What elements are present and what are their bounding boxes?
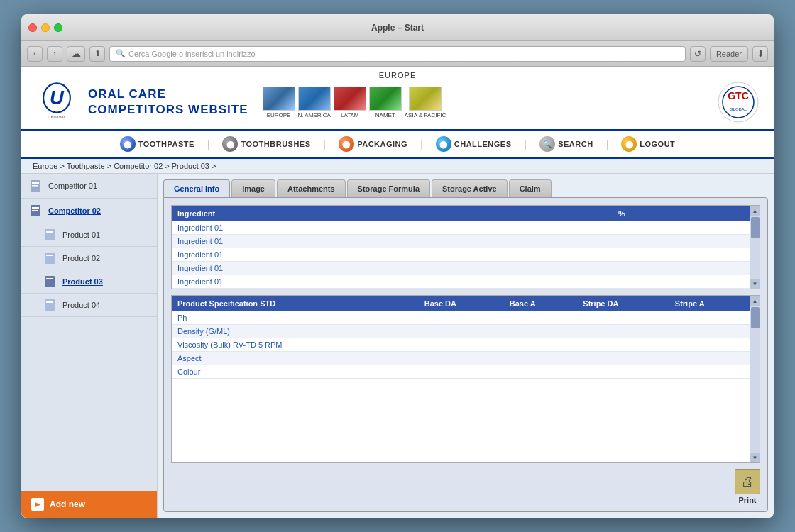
reload-button[interactable]: ↺ — [690, 46, 706, 62]
base-da-cell — [419, 311, 504, 325]
challenges-icon: ⬤ — [436, 136, 451, 152]
sidebar-item-product04[interactable]: Product 04 — [21, 294, 157, 317]
nav-logout[interactable]: ⬤ LOGOUT — [614, 133, 682, 155]
nav-search[interactable]: 🔍 SEARCH — [532, 133, 600, 155]
tab-image[interactable]: Image — [231, 179, 275, 197]
base-da-cell — [419, 352, 504, 365]
scroll-thumb[interactable] — [751, 217, 760, 238]
product-icon — [43, 251, 57, 265]
sidebar-item-competitor02[interactable]: Competitor 02 — [21, 199, 157, 223]
stripe-da-cell — [577, 338, 669, 352]
sidebar: Competitor 01 Competitor 02 Product 01 — [21, 174, 158, 518]
print-label: Print — [738, 496, 756, 504]
product-icon — [43, 275, 57, 289]
ingredient-cell: Ingredient 01 — [172, 275, 613, 289]
svg-rect-19 — [45, 299, 55, 311]
page-content: EUROPE U Unilever ORAL CARE COMPETITORS … — [21, 67, 774, 518]
scroll-down-arrow[interactable]: ▼ — [750, 453, 760, 462]
unilever-logo[interactable]: U Unilever — [35, 81, 78, 123]
base-a-cell — [504, 365, 578, 379]
close-button[interactable] — [28, 23, 37, 32]
nav-packaging[interactable]: ⬤ PACKAGING — [331, 133, 415, 155]
spec-cell: Viscosity (Bulk) RV-TD 5 RPM — [172, 338, 419, 352]
svg-text:Unilever: Unilever — [48, 115, 66, 119]
reader-button[interactable]: Reader — [710, 46, 748, 62]
flag-europe[interactable]: EUROPE — [263, 87, 295, 118]
print-button[interactable]: 🖨 Print — [735, 469, 760, 504]
tab-attachments[interactable]: Attachments — [277, 179, 346, 197]
stripe-a-cell — [669, 311, 750, 325]
scroll-thumb[interactable] — [751, 307, 760, 328]
sidebar-item-product01[interactable]: Product 01 — [21, 223, 157, 247]
stripe-da-cell — [577, 311, 669, 325]
main-nav: ⬤ TOOTHPASTE | ⬤ TOOTHBRUSHES | ⬤ PACKAG… — [21, 131, 774, 159]
download-button[interactable]: ⬇ — [752, 46, 768, 62]
stripe-a-cell — [669, 352, 750, 365]
flag-namet[interactable]: NAMET — [369, 87, 402, 118]
svg-rect-9 — [32, 185, 38, 187]
svg-rect-20 — [46, 301, 53, 303]
stripe-da-header: Stripe DA — [577, 296, 669, 311]
stripe-a-cell — [669, 325, 750, 338]
svg-rect-13 — [45, 229, 55, 240]
toothbrush-icon: ⬤ — [222, 136, 238, 152]
address-bar[interactable]: 🔍 Cerca Google o inserisci un indirizzo — [109, 46, 686, 62]
tab-general-info[interactable]: General Info — [163, 179, 230, 197]
add-new-button[interactable]: ▸ Add new — [21, 491, 157, 518]
svg-point-3 — [718, 82, 758, 122]
svg-text:U: U — [50, 87, 65, 109]
header-inner: U Unilever ORAL CARE COMPETITORS WEBSITE… — [21, 81, 774, 129]
gtc-logo[interactable]: GTC GLOBAL — [717, 81, 760, 123]
sidebar-product04-label: Product 04 — [62, 301, 100, 309]
spec-cell: Colour — [172, 365, 419, 379]
competitor-icon — [28, 204, 43, 218]
sidebar-product03-label: Product 03 — [62, 277, 103, 286]
ingredients-scrollbar[interactable]: ▲ ▼ — [750, 206, 760, 289]
table-row: Ingredient 01 — [172, 275, 760, 289]
print-icon: 🖨 — [735, 469, 760, 494]
search-icon: 🔍 — [539, 136, 555, 152]
nav-toothpaste[interactable]: ⬤ TOOTHPASTE — [113, 133, 202, 155]
stripe-da-cell — [577, 365, 669, 379]
flag-asiapacific[interactable]: ASIA & PACIFIC — [405, 87, 446, 118]
sidebar-item-competitor01[interactable]: Competitor 01 — [21, 174, 157, 199]
flag-latam[interactable]: LATAM — [334, 87, 366, 118]
tab-storage-active[interactable]: Storage Active — [432, 179, 508, 197]
tab-storage-formula[interactable]: Storage Formula — [347, 179, 430, 197]
sidebar-item-product03[interactable]: Product 03 — [21, 270, 157, 294]
browser-title: Apple – Start — [371, 23, 424, 33]
stripe-a-cell — [669, 338, 750, 352]
ingredient-header: Ingredient — [172, 206, 613, 221]
scroll-down-arrow[interactable]: ▼ — [750, 279, 760, 289]
tab-claim[interactable]: Claim — [509, 179, 552, 197]
back-button[interactable]: ‹ — [27, 46, 43, 62]
nav-toothbrushes[interactable]: ⬤ TOOTHBRUSHES — [215, 133, 317, 155]
spec-cell: Aspect — [172, 352, 419, 365]
maximize-button[interactable] — [54, 23, 62, 32]
scroll-up-arrow[interactable]: ▲ — [750, 206, 760, 216]
svg-text:GLOBAL: GLOBAL — [730, 107, 747, 111]
specs-scrollbar[interactable]: ▲ ▼ — [750, 296, 760, 462]
main-layout: Competitor 01 Competitor 02 Product 01 — [21, 174, 774, 518]
minimize-button[interactable] — [41, 23, 50, 32]
ingredient-cell: Ingredient 01 — [172, 235, 613, 248]
breadcrumb: Europe > Toothpaste > Competitor 02 > Pr… — [21, 159, 774, 174]
add-new-icon: ▸ — [31, 498, 44, 511]
svg-rect-14 — [46, 231, 53, 233]
nav-challenges[interactable]: ⬤ CHALLENGES — [429, 133, 519, 155]
share-button[interactable]: ⬆ — [89, 46, 105, 62]
flag-namerica[interactable]: N. AMERICA — [298, 87, 331, 118]
nav-toothpaste-label: TOOTHPASTE — [138, 140, 194, 148]
specs-section: Product Specification STD Base DA Base A… — [171, 295, 760, 463]
scroll-up-arrow[interactable]: ▲ — [750, 296, 760, 306]
browser-window: Apple – Start ‹ › ☁ ⬆ 🔍 Cerca Google o i… — [21, 14, 774, 518]
forward-button[interactable]: › — [47, 46, 62, 62]
base-a-cell — [504, 325, 578, 338]
region-label: EUROPE — [21, 67, 774, 81]
toothpaste-icon: ⬤ — [120, 136, 136, 152]
site-header: EUROPE U Unilever ORAL CARE COMPETITORS … — [21, 67, 774, 131]
table-row: Density (G/ML) — [172, 325, 760, 338]
stripe-da-cell — [577, 352, 669, 365]
cloud-button[interactable]: ☁ — [67, 46, 85, 62]
sidebar-item-product02[interactable]: Product 02 — [21, 247, 157, 270]
